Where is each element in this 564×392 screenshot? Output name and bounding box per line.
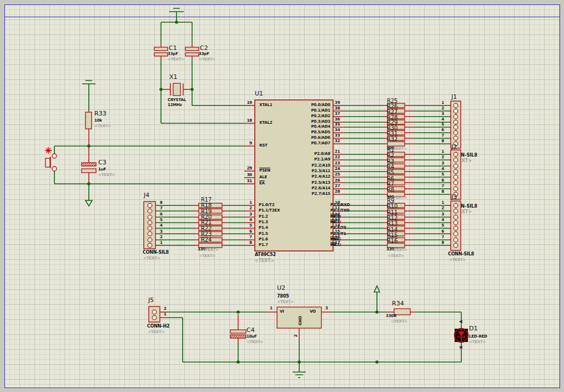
c1-ref: C1 <box>169 45 177 51</box>
j3-text: <TEXT> <box>449 258 466 262</box>
u1-ref: U1 <box>255 91 263 97</box>
x1-body <box>173 83 180 96</box>
j3-ref: J3 <box>451 194 457 200</box>
c2-text: <TEXT> <box>199 57 215 62</box>
u1-pin-name: EA <box>259 181 265 185</box>
r33-value: 10k <box>94 118 102 123</box>
d1-part: LED-RED <box>469 334 487 339</box>
u1-pin-name: ALE <box>259 175 267 179</box>
u2-part: 7805 <box>277 294 289 299</box>
d1-text: <TEXT> <box>469 340 486 344</box>
component-bodies <box>82 47 410 338</box>
u1-pin-num: 19 <box>242 100 252 105</box>
j1-body <box>451 101 461 148</box>
r34-ref: R34 <box>392 300 404 306</box>
u2-pin-num: 1 <box>270 306 273 310</box>
x1-name: CRYSTAL <box>168 98 186 102</box>
j4-text: <TEXT> <box>143 256 160 260</box>
c4-text: <TEXT> <box>246 340 263 344</box>
c3-text: <TEXT> <box>98 173 115 177</box>
u1-pin-name: XTAL1 <box>259 103 272 107</box>
u1-pin-num: 29 <box>242 166 252 170</box>
r34-text: <TEXT> <box>391 319 407 324</box>
j5-part-label: CONN-H2 <box>147 324 169 329</box>
u1-part: AT89C52 <box>255 252 276 257</box>
x1-value: 12MHz <box>168 103 182 107</box>
bank-d-text2: <TEXT> <box>199 254 215 258</box>
d1-ref: D1 <box>469 325 477 331</box>
j3-part-label: CONN-SIL8 <box>448 252 474 257</box>
c3-ref: C3 <box>98 159 107 165</box>
c4-value: 10uF <box>246 334 257 339</box>
u1-pin-num: 9 <box>242 141 252 145</box>
r34-body <box>394 309 410 315</box>
c2-ref: C2 <box>200 45 208 51</box>
r33-body <box>85 112 92 129</box>
u2-pin-name: VO <box>310 309 316 314</box>
led-d1 <box>455 329 468 342</box>
u1-pin-num: 30 <box>242 173 252 177</box>
u2-pin-num-gnd: 2 <box>294 334 298 337</box>
j5-text: <TEXT> <box>148 330 164 334</box>
d1-anode-label: A <box>459 320 464 323</box>
u1-pin-name: RST <box>259 143 268 148</box>
bank-a-text: <TEXT> <box>390 147 407 151</box>
u2-ref: U2 <box>277 285 285 291</box>
power-arrow-icon <box>374 286 380 292</box>
actuate-marker-icon <box>45 147 52 154</box>
x1-ref: X1 <box>169 74 178 80</box>
d1-cathode-label: K <box>459 346 464 349</box>
r34-value: 330R <box>386 314 396 318</box>
c1-value: 33pF <box>168 52 178 56</box>
c2-value: 33pF <box>199 52 209 56</box>
bank-d-text: <TEXT> <box>202 248 219 252</box>
schematic-canvas: CONN-SIL8 <TEXT> CONN-SIL8 <TEXT> <box>0 0 564 392</box>
j4-part-label: CONN-SIL8 <box>143 250 169 255</box>
c1-text: <TEXT> <box>168 57 184 62</box>
bank-b-text: <TEXT> <box>390 195 407 200</box>
j5-pin-num: 1 <box>164 312 167 316</box>
c3-value: 1uF <box>98 167 106 172</box>
ground-arrow-icon <box>85 200 92 206</box>
j4-ref: J4 <box>144 192 149 198</box>
j5-pin-num: 2 <box>164 306 167 311</box>
u2-text: <TEXT> <box>277 300 294 304</box>
bank-c-text2: <TEXT> <box>387 254 404 258</box>
j2-ref: J2 <box>451 144 457 150</box>
u2-pin-num: 3 <box>325 306 328 310</box>
u1-pin-num: 31 <box>242 179 252 183</box>
u2-pin-name-gnd: GND <box>298 316 303 325</box>
r33-ref: R33 <box>94 110 107 117</box>
j1-ref: J1 <box>451 94 457 100</box>
j5-ref: J5 <box>148 297 154 303</box>
r33-text: <TEXT> <box>94 124 111 128</box>
u2-pin-name: VI <box>280 309 284 314</box>
u1-pin-name: PSEN <box>259 168 270 173</box>
u1-pin-name: XTAL2 <box>259 120 272 125</box>
bank-c-text: <TEXT> <box>391 248 407 252</box>
u1-pin-num: 18 <box>242 118 252 123</box>
u1-text: <TEXT> <box>255 258 274 263</box>
c4-ref: C4 <box>246 327 255 333</box>
